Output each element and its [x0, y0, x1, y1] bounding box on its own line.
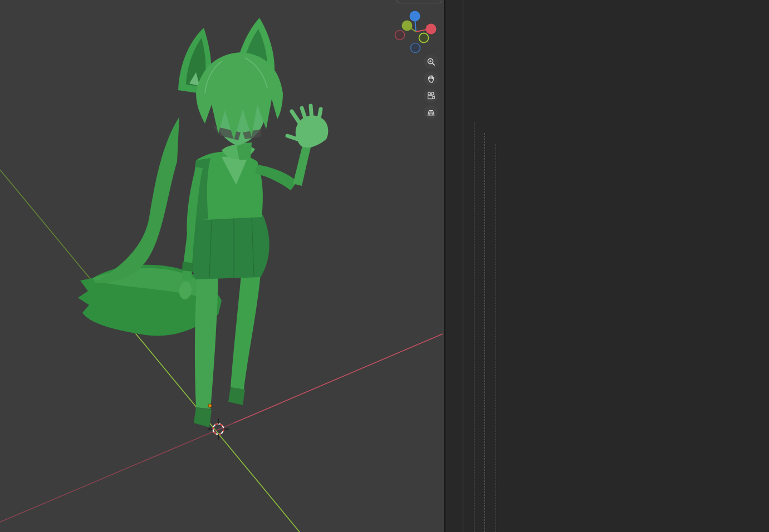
- gizmo-y-ball[interactable]: [402, 21, 413, 31]
- magnifier-plus-icon: [426, 57, 436, 67]
- collection-connector-line: [463, 0, 463, 532]
- zoom-button[interactable]: [424, 55, 438, 69]
- camera-icon: [426, 91, 436, 101]
- gizmo-neg-z-ball[interactable]: [411, 43, 420, 53]
- camera-view-button[interactable]: [424, 88, 438, 103]
- character-model[interactable]: [78, 18, 328, 427]
- hand-icon: [426, 73, 436, 83]
- blender-window: { "colors": { "viewport_bg": "#3d3d3d", …: [0, 0, 769, 532]
- hierarchy-guide-line: [496, 144, 496, 532]
- 3d-cursor: [208, 418, 229, 440]
- viewport-scene[interactable]: [0, 0, 444, 532]
- gizmo-z-ball[interactable]: [410, 11, 420, 22]
- object-origin-dot: [208, 404, 212, 407]
- navigation-gizmo[interactable]: [384, 0, 444, 62]
- grid-dome-icon: [426, 107, 436, 117]
- gizmo-neg-x-ball[interactable]: [395, 31, 405, 40]
- gizmo-x-ball[interactable]: [426, 24, 437, 35]
- gizmo-neg-y-ball[interactable]: [419, 33, 429, 43]
- hierarchy-guide-line: [474, 122, 474, 532]
- hierarchy-guide-line: [484, 133, 485, 532]
- outliner-panel: [445, 0, 769, 532]
- 3d-viewport[interactable]: [0, 0, 444, 532]
- perspective-toggle-button[interactable]: [424, 105, 438, 120]
- pan-button[interactable]: [424, 71, 438, 86]
